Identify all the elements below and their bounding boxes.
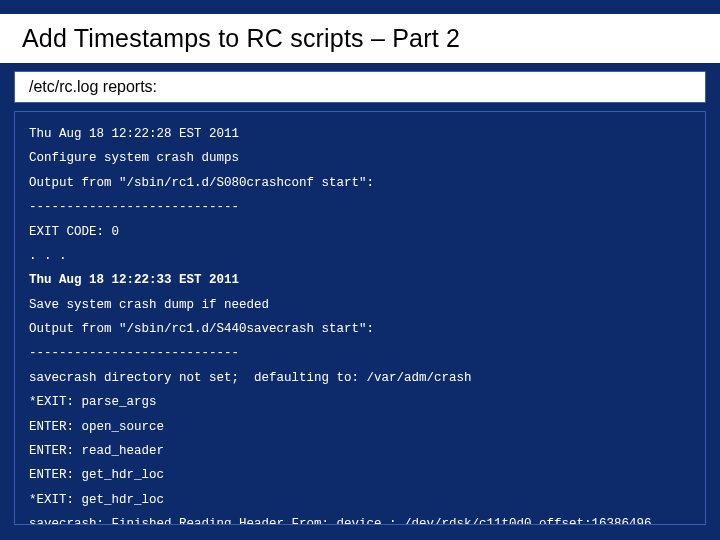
- log-line: ----------------------------: [29, 341, 691, 365]
- log-line: ----------------------------: [29, 195, 691, 219]
- log-line: *EXIT: parse_args: [29, 390, 691, 414]
- log-line: Output from "/sbin/rc1.d/S440savecrash s…: [29, 317, 691, 341]
- log-line: ENTER: open_source: [29, 415, 691, 439]
- slide-title: Add Timestamps to RC scripts – Part 2: [22, 24, 698, 53]
- log-line: Output from "/sbin/rc1.d/S080crashconf s…: [29, 171, 691, 195]
- title-bar: Add Timestamps to RC scripts – Part 2: [0, 14, 720, 63]
- log-line: savecrash directory not set; defaulting …: [29, 366, 691, 390]
- subtitle-bar: /etc/rc.log reports:: [14, 71, 706, 103]
- log-line: Thu Aug 18 12:22:33 EST 2011: [29, 268, 691, 292]
- log-output-box: Thu Aug 18 12:22:28 EST 2011Configure sy…: [14, 111, 706, 525]
- log-line: ENTER: get_hdr_loc: [29, 463, 691, 487]
- log-line: savecrash: Finished Reading Header From:…: [29, 512, 691, 525]
- subtitle-text: /etc/rc.log reports:: [29, 78, 691, 96]
- log-line: Thu Aug 18 12:22:28 EST 2011: [29, 122, 691, 146]
- log-line: Configure system crash dumps: [29, 146, 691, 170]
- log-line: EXIT CODE: 0: [29, 220, 691, 244]
- log-line: Save system crash dump if needed: [29, 293, 691, 317]
- log-line: . . .: [29, 244, 691, 268]
- log-line: *EXIT: get_hdr_loc: [29, 488, 691, 512]
- log-line: ENTER: read_header: [29, 439, 691, 463]
- slide: Add Timestamps to RC scripts – Part 2 /e…: [0, 14, 720, 540]
